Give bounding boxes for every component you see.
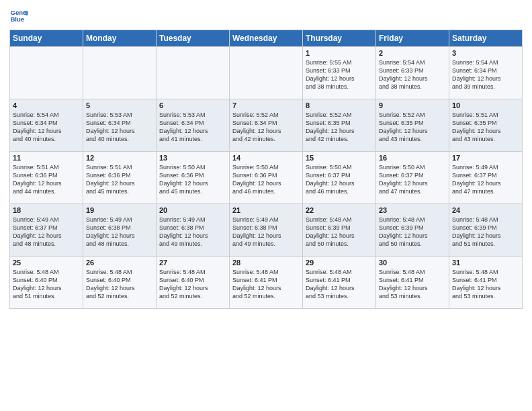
week-row-3: 11Sunrise: 5:51 AM Sunset: 6:36 PM Dayli…	[10, 152, 523, 204]
calendar-cell: 15Sunrise: 5:50 AM Sunset: 6:37 PM Dayli…	[303, 152, 376, 204]
week-row-2: 4Sunrise: 5:54 AM Sunset: 6:34 PM Daylig…	[10, 99, 523, 152]
day-number: 16	[379, 154, 446, 162]
calendar-cell: 28Sunrise: 5:48 AM Sunset: 6:41 PM Dayli…	[230, 257, 303, 309]
day-number: 27	[159, 259, 226, 267]
logo-icon: General Blue	[9, 7, 28, 26]
calendar-cell	[10, 47, 83, 99]
calendar-cell: 23Sunrise: 5:48 AM Sunset: 6:39 PM Dayli…	[376, 204, 449, 257]
col-header-friday: Friday	[376, 30, 449, 47]
day-number: 28	[232, 259, 300, 267]
day-number: 31	[452, 259, 519, 267]
day-number: 3	[452, 49, 519, 57]
calendar-cell: 12Sunrise: 5:51 AM Sunset: 6:36 PM Dayli…	[83, 152, 157, 204]
week-row-1: 1Sunrise: 5:55 AM Sunset: 6:33 PM Daylig…	[10, 47, 523, 99]
day-number: 1	[306, 49, 373, 57]
header-row: SundayMondayTuesdayWednesdayThursdayFrid…	[10, 30, 523, 47]
day-info: Sunrise: 5:54 AM Sunset: 6:34 PM Dayligh…	[452, 58, 519, 91]
calendar-cell: 4Sunrise: 5:54 AM Sunset: 6:34 PM Daylig…	[10, 99, 83, 152]
day-number: 17	[452, 154, 519, 162]
calendar-cell: 6Sunrise: 5:53 AM Sunset: 6:34 PM Daylig…	[157, 99, 230, 152]
day-info: Sunrise: 5:48 AM Sunset: 6:39 PM Dayligh…	[379, 216, 446, 248]
day-info: Sunrise: 5:50 AM Sunset: 6:36 PM Dayligh…	[159, 163, 226, 196]
day-number: 6	[159, 101, 226, 109]
day-info: Sunrise: 5:51 AM Sunset: 6:36 PM Dayligh…	[13, 163, 80, 196]
day-number: 15	[306, 154, 373, 162]
day-number: 25	[13, 259, 80, 267]
day-info: Sunrise: 5:54 AM Sunset: 6:33 PM Dayligh…	[379, 58, 446, 91]
header: General Blue	[9, 7, 523, 26]
day-info: Sunrise: 5:49 AM Sunset: 6:38 PM Dayligh…	[86, 216, 153, 248]
day-number: 23	[379, 206, 446, 214]
calendar-cell: 1Sunrise: 5:55 AM Sunset: 6:33 PM Daylig…	[303, 47, 376, 99]
calendar-cell: 16Sunrise: 5:50 AM Sunset: 6:37 PM Dayli…	[376, 152, 449, 204]
day-number: 13	[159, 154, 226, 162]
day-info: Sunrise: 5:49 AM Sunset: 6:38 PM Dayligh…	[232, 216, 300, 248]
calendar-table: SundayMondayTuesdayWednesdayThursdayFrid…	[9, 30, 523, 309]
day-info: Sunrise: 5:48 AM Sunset: 6:40 PM Dayligh…	[86, 268, 153, 301]
calendar-cell: 22Sunrise: 5:48 AM Sunset: 6:39 PM Dayli…	[303, 204, 376, 257]
calendar-cell	[157, 47, 230, 99]
col-header-saturday: Saturday	[449, 30, 523, 47]
day-number: 8	[306, 101, 373, 109]
col-header-wednesday: Wednesday	[230, 30, 303, 47]
calendar-cell: 26Sunrise: 5:48 AM Sunset: 6:40 PM Dayli…	[83, 257, 157, 309]
calendar-body: 1Sunrise: 5:55 AM Sunset: 6:33 PM Daylig…	[10, 47, 523, 309]
day-info: Sunrise: 5:52 AM Sunset: 6:34 PM Dayligh…	[232, 111, 300, 144]
day-info: Sunrise: 5:50 AM Sunset: 6:37 PM Dayligh…	[379, 163, 446, 196]
day-info: Sunrise: 5:48 AM Sunset: 6:39 PM Dayligh…	[306, 216, 373, 248]
calendar-cell: 2Sunrise: 5:54 AM Sunset: 6:33 PM Daylig…	[376, 47, 449, 99]
calendar-cell: 24Sunrise: 5:48 AM Sunset: 6:39 PM Dayli…	[449, 204, 523, 257]
day-number: 29	[306, 259, 373, 267]
calendar-cell: 14Sunrise: 5:50 AM Sunset: 6:36 PM Dayli…	[230, 152, 303, 204]
day-number: 10	[452, 101, 519, 109]
col-header-tuesday: Tuesday	[157, 30, 230, 47]
calendar-cell: 25Sunrise: 5:48 AM Sunset: 6:40 PM Dayli…	[10, 257, 83, 309]
col-header-sunday: Sunday	[10, 30, 83, 47]
calendar-cell: 21Sunrise: 5:49 AM Sunset: 6:38 PM Dayli…	[230, 204, 303, 257]
day-number: 7	[232, 101, 300, 109]
day-info: Sunrise: 5:48 AM Sunset: 6:41 PM Dayligh…	[232, 268, 300, 301]
calendar-cell: 27Sunrise: 5:48 AM Sunset: 6:40 PM Dayli…	[157, 257, 230, 309]
day-info: Sunrise: 5:53 AM Sunset: 6:34 PM Dayligh…	[159, 111, 226, 144]
day-number: 4	[13, 101, 80, 109]
day-number: 22	[306, 206, 373, 214]
day-number: 26	[86, 259, 153, 267]
calendar-cell: 31Sunrise: 5:48 AM Sunset: 6:41 PM Dayli…	[449, 257, 523, 309]
calendar-cell: 9Sunrise: 5:52 AM Sunset: 6:35 PM Daylig…	[376, 99, 449, 152]
calendar-cell: 20Sunrise: 5:49 AM Sunset: 6:38 PM Dayli…	[157, 204, 230, 257]
calendar-cell: 13Sunrise: 5:50 AM Sunset: 6:36 PM Dayli…	[157, 152, 230, 204]
day-number: 11	[13, 154, 80, 162]
day-info: Sunrise: 5:48 AM Sunset: 6:39 PM Dayligh…	[452, 216, 519, 248]
day-info: Sunrise: 5:48 AM Sunset: 6:40 PM Dayligh…	[13, 268, 80, 301]
calendar-cell	[83, 47, 157, 99]
day-info: Sunrise: 5:49 AM Sunset: 6:37 PM Dayligh…	[13, 216, 80, 248]
calendar-cell	[230, 47, 303, 99]
calendar-cell: 11Sunrise: 5:51 AM Sunset: 6:36 PM Dayli…	[10, 152, 83, 204]
day-info: Sunrise: 5:48 AM Sunset: 6:41 PM Dayligh…	[452, 268, 519, 301]
day-number: 2	[379, 49, 446, 57]
day-info: Sunrise: 5:54 AM Sunset: 6:34 PM Dayligh…	[13, 111, 80, 144]
day-info: Sunrise: 5:55 AM Sunset: 6:33 PM Dayligh…	[306, 58, 373, 91]
day-number: 5	[86, 101, 153, 109]
calendar-cell: 30Sunrise: 5:48 AM Sunset: 6:41 PM Dayli…	[376, 257, 449, 309]
week-row-4: 18Sunrise: 5:49 AM Sunset: 6:37 PM Dayli…	[10, 204, 523, 257]
day-info: Sunrise: 5:53 AM Sunset: 6:34 PM Dayligh…	[86, 111, 153, 144]
day-info: Sunrise: 5:49 AM Sunset: 6:38 PM Dayligh…	[159, 216, 226, 248]
day-info: Sunrise: 5:50 AM Sunset: 6:37 PM Dayligh…	[306, 163, 373, 196]
calendar-cell: 17Sunrise: 5:49 AM Sunset: 6:37 PM Dayli…	[449, 152, 523, 204]
calendar-cell: 10Sunrise: 5:51 AM Sunset: 6:35 PM Dayli…	[449, 99, 523, 152]
calendar-cell: 5Sunrise: 5:53 AM Sunset: 6:34 PM Daylig…	[83, 99, 157, 152]
col-header-monday: Monday	[83, 30, 157, 47]
day-number: 30	[379, 259, 446, 267]
logo: General Blue	[9, 7, 28, 26]
day-info: Sunrise: 5:50 AM Sunset: 6:36 PM Dayligh…	[232, 163, 300, 196]
calendar-cell: 3Sunrise: 5:54 AM Sunset: 6:34 PM Daylig…	[449, 47, 523, 99]
day-info: Sunrise: 5:52 AM Sunset: 6:35 PM Dayligh…	[306, 111, 373, 144]
day-info: Sunrise: 5:51 AM Sunset: 6:36 PM Dayligh…	[86, 163, 153, 196]
day-info: Sunrise: 5:51 AM Sunset: 6:35 PM Dayligh…	[452, 111, 519, 144]
day-number: 24	[452, 206, 519, 214]
week-row-5: 25Sunrise: 5:48 AM Sunset: 6:40 PM Dayli…	[10, 257, 523, 309]
day-number: 21	[232, 206, 300, 214]
calendar-cell: 18Sunrise: 5:49 AM Sunset: 6:37 PM Dayli…	[10, 204, 83, 257]
day-info: Sunrise: 5:48 AM Sunset: 6:40 PM Dayligh…	[159, 268, 226, 301]
